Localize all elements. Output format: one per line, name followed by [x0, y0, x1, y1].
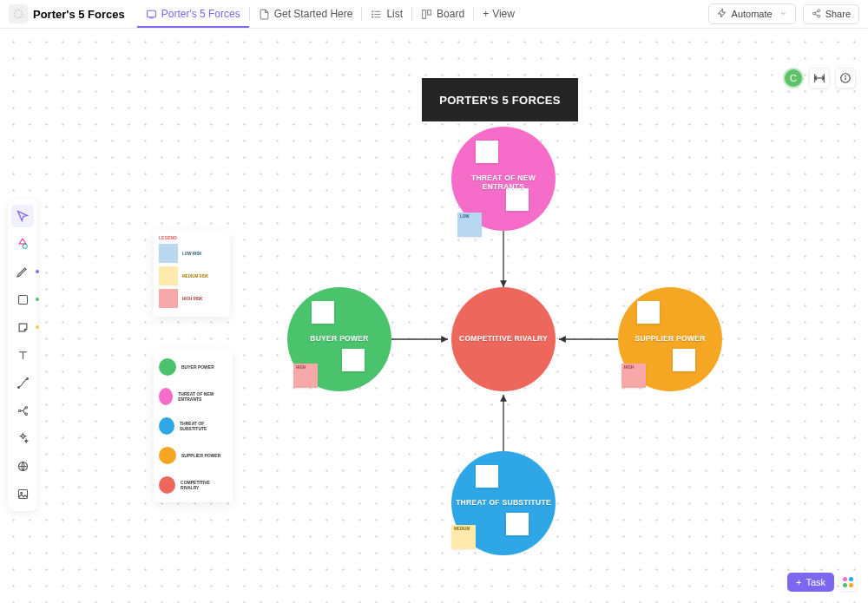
svg-rect-1 — [147, 10, 155, 17]
board-icon — [421, 9, 432, 20]
share-icon — [812, 9, 821, 20]
tab-label: List — [386, 8, 403, 20]
svg-point-12 — [818, 15, 820, 17]
share-label: Share — [825, 9, 851, 19]
plus-icon: + — [796, 577, 801, 587]
risk-tag-low[interactable]: LOW — [457, 213, 482, 237]
diagram-title[interactable]: PORTER'S 5 FORCES — [422, 78, 578, 121]
risk-tag-medium[interactable]: MEDIUM — [451, 525, 476, 549]
svg-point-11 — [812, 12, 815, 15]
svg-point-0 — [14, 10, 22, 17]
node-label: THREAT OF SUBSTITUTE — [451, 498, 556, 507]
sticky-note[interactable] — [312, 301, 334, 324]
svg-line-14 — [815, 14, 818, 16]
view-tabs: Porter's 5 Forces Get Started Here List … — [137, 0, 523, 28]
chevron-down-icon — [779, 9, 787, 19]
automate-label: Automate — [732, 9, 773, 19]
apps-button[interactable] — [839, 574, 857, 591]
bottom-right-controls: + Task — [787, 573, 857, 592]
automate-button[interactable]: Automate — [708, 3, 796, 24]
node-label: SUPPLIER POWER — [618, 334, 722, 343]
header-bar: Porter's 5 Forces Porter's 5 Forces Get … — [0, 0, 868, 29]
share-button[interactable]: Share — [803, 4, 859, 24]
apps-icon — [843, 577, 853, 587]
svg-point-7 — [372, 16, 373, 17]
list-icon — [371, 9, 382, 20]
sticky-note[interactable] — [637, 301, 660, 324]
porters-diagram: PORTER'S 5 FORCES COMPETITIVE RIVALRY TH… — [0, 29, 868, 603]
tab-porters-5-forces[interactable]: Porter's 5 Forces — [137, 0, 249, 28]
tab-list[interactable]: List — [362, 0, 411, 28]
whiteboard-canvas[interactable]: C LEGEND LOW RISK MEDIUM RISK HIGH RISK … — [0, 29, 868, 603]
sticky-note[interactable] — [342, 349, 365, 371]
node-label: COMPETITIVE RIVALRY — [451, 334, 556, 343]
whiteboard-icon — [146, 9, 157, 20]
tab-label: Get Started Here — [274, 8, 353, 20]
logo-icon[interactable] — [9, 4, 28, 23]
tab-label: Porter's 5 Forces — [161, 8, 240, 20]
add-view-button[interactable]: + View — [474, 8, 523, 20]
tab-label: Board — [437, 8, 464, 20]
plus-icon: + — [483, 8, 489, 20]
sticky-note[interactable] — [506, 513, 529, 535]
node-label: BUYER POWER — [287, 334, 391, 343]
task-label: Task — [806, 577, 825, 587]
svg-point-5 — [372, 10, 373, 11]
svg-rect-8 — [423, 10, 426, 18]
svg-rect-9 — [428, 10, 431, 14]
bolt-icon — [717, 8, 727, 20]
sticky-note[interactable] — [476, 141, 498, 163]
doc-icon — [259, 9, 270, 20]
sticky-note[interactable] — [673, 349, 695, 371]
node-label: THREAT OF NEW ENTRANTS — [451, 174, 556, 191]
risk-tag-high[interactable]: HIGH — [293, 364, 318, 388]
tab-board[interactable]: Board — [412, 0, 473, 28]
tab-get-started[interactable]: Get Started Here — [250, 0, 362, 28]
svg-point-6 — [372, 13, 373, 14]
svg-point-10 — [818, 9, 820, 11]
add-view-label: View — [492, 8, 515, 20]
risk-tag-high[interactable]: HIGH — [621, 364, 646, 388]
header-right: Automate Share — [708, 3, 859, 24]
sticky-note[interactable] — [476, 465, 498, 488]
task-button[interactable]: + Task — [787, 573, 834, 592]
node-competitive-rivalry[interactable]: COMPETITIVE RIVALRY — [451, 287, 556, 391]
svg-line-13 — [815, 10, 818, 12]
page-title: Porter's 5 Forces — [33, 8, 125, 21]
sticky-note[interactable] — [506, 188, 529, 211]
